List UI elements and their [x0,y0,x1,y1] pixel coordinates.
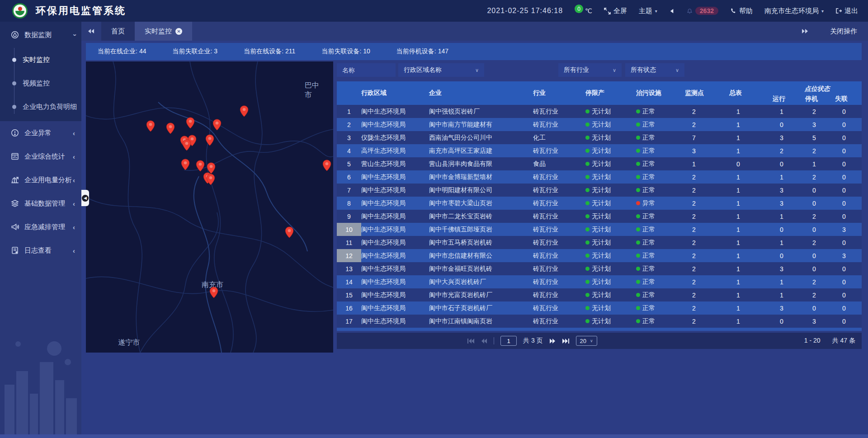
next-page-button[interactable] [549,338,556,344]
cell-limit-status: 无计划 [585,170,636,184]
cell-offline: 0 [835,131,862,144]
map-pin-icon[interactable] [196,160,205,172]
cell-region: 阆中生态环境局 [361,315,429,328]
table-row[interactable]: 5营山生态环境局营山县润丰肉食品有限食品无计划正常10010 [337,157,862,170]
table-row[interactable]: 18南部生态环境局南部县双峰土砖有限公砖瓦行业无计划正常21060 [337,328,862,331]
table-row[interactable]: 12阆中生态环境局阆中市忠信建材有限公砖瓦行业无计划正常21003 [337,249,862,262]
map-pin-icon[interactable] [285,226,294,238]
speaker-icon [669,8,675,14]
table-row[interactable]: 16阆中生态环境局阆中市石子页岩机砖厂砖瓦行业无计划正常21300 [337,301,862,315]
top-header: 环保用电监管系统 2021-02-25 17:46:18 0 ℃ 全屏 主题 ▾ [0,0,868,22]
status-dot [636,136,640,140]
sidebar-collapse-handle[interactable]: ◀ [81,190,89,206]
status-dot [636,227,640,231]
cell-offline: 0 [835,170,862,184]
map-pin-icon[interactable] [186,117,195,129]
table-row[interactable]: 4高坪生态环境局南充市高坪区王家店建砖瓦行业无计划正常31220 [337,144,862,157]
table-row[interactable]: 6阆中生态环境局阆中市金博瑞新型墙材砖瓦行业无计划正常21120 [337,170,862,184]
map-pin-icon[interactable] [209,287,218,298]
page-number-input[interactable] [500,336,517,346]
sidebar-item-enterprise-power-load-detail[interactable]: 企业电力负荷明细 [0,95,81,118]
map-pin-icon[interactable] [212,119,222,131]
tab-close-icon[interactable]: ✕ [175,28,182,35]
name-filter-input[interactable] [337,63,396,77]
table-row[interactable]: 1阆中生态环境局阆中强锐页岩砖厂砖瓦行业无计划正常21120 [337,105,862,118]
status-filter-select[interactable]: 所有状态 ∨ [625,63,684,77]
cell-facility-status: 正常 [636,184,685,197]
sidebar-item-data-monitoring[interactable]: 数据监测‹ [0,22,81,48]
sound-toggle[interactable] [669,8,675,14]
table-row[interactable]: 13阆中生态环境局阆中市金福旺页岩机砖砖瓦行业无计划正常21300 [337,262,862,275]
cell-limit-status: 无计划 [585,131,636,144]
sidebar-item-video-monitoring[interactable]: 视频监控 [0,71,81,95]
chevron-down-icon: ∨ [590,339,593,343]
region-filter-select[interactable]: 行政区域名称 ∨ [398,63,484,77]
page-size-select[interactable]: 20 ∨ [576,336,597,346]
status-dot [585,319,590,323]
sidebar-item-basic-data-management[interactable]: 基础数据管理‹ [0,192,81,215]
table-body: 1阆中生态环境局阆中强锐页岩砖厂砖瓦行业无计划正常211202阆中生态环境局阆中… [337,105,862,331]
status-dot [585,214,590,218]
map-pin-icon[interactable] [146,120,155,132]
cell-stopped: 2 [805,275,835,288]
cell-region: 阆中生态环境局 [361,184,429,197]
tab-scroll-left-button[interactable] [81,22,101,41]
prev-page-button[interactable] [481,338,487,344]
table-row[interactable]: 7阆中生态环境局阆中明阳建材有限公司砖瓦行业无计划正常21300 [337,184,862,197]
column-header: 总表 [729,81,773,105]
cell-running: 3 [773,131,805,144]
logout-button[interactable]: 退出 [835,7,858,15]
cell-region: 阆中生态环境局 [361,275,429,288]
cell-company: 阆中大兴页岩机砖厂 [429,275,533,288]
sidebar-item-power-consumption-analysis[interactable]: 企业用电量分析‹ [0,168,81,192]
status-dot [636,162,640,166]
map-pin-icon[interactable] [240,105,249,117]
map-pin-icon[interactable] [206,174,215,185]
map-city-label: 巴中市 [305,81,324,100]
table-row[interactable]: 3仪陇生态环境局西南油气田分公司川中化工无计划正常71350 [337,131,862,144]
table-row[interactable]: 2阆中生态环境局阆中市南方节能建材有砖瓦行业无计划正常21030 [337,118,862,131]
sidebar-item-emergency-reduction-management[interactable]: 应急减排管理‹ [0,215,81,239]
table-row[interactable]: 8阆中生态环境局阆中市枣碧大梁山页岩砖瓦行业无计划异常21300 [337,197,862,210]
cell-stopped: 0 [805,184,835,197]
map-pin-icon[interactable] [182,139,191,151]
cell-offline: 0 [835,315,862,328]
close-operations-button[interactable]: 关闭操作 [830,27,857,36]
table-row[interactable]: 10阆中生态环境局阆中千佛镇五郎垭页岩砖瓦行业无计划正常21003 [337,223,862,236]
sidebar-item-enterprise-statistics[interactable]: 企业综合统计‹ [0,145,81,168]
fullscreen-button[interactable]: 全屏 [604,7,627,15]
cell-limit-status: 无计划 [585,275,636,288]
table-row[interactable]: 17阆中生态环境局阆中市江南镇阆南页岩砖瓦行业无计划正常21030 [337,315,862,328]
help-button[interactable]: 帮助 [730,7,753,15]
map-panel[interactable]: 巴中市南充市遂宁市 [86,61,333,353]
tab-home[interactable]: 首页 [101,22,135,41]
map-pin-icon[interactable] [205,134,214,146]
org-menu[interactable]: 南充市生态环境局 ▾ [764,7,824,15]
status-dot [636,109,640,113]
sidebar-item-log-view[interactable]: 日志查看‹ [0,239,81,262]
map-pin-icon[interactable] [181,159,190,170]
map-pin-icon[interactable] [322,160,331,171]
notifications[interactable]: 2632 [687,7,718,15]
tab-active[interactable]: 实时监控✕ [135,22,192,41]
sidebar-item-realtime-monitoring[interactable]: 实时监控 [0,48,81,71]
sidebar-item-enterprise-abnormal[interactable]: 企业异常‹ [0,121,81,145]
stats-bar: 当前在线企业:44当前失联企业:3当前在线设备:211当前失联设备:10当前停机… [86,43,862,60]
table-row[interactable]: 9阆中生态环境局阆中市二龙长宝页岩砖砖瓦行业无计划正常21120 [337,210,862,223]
cell-company: 营山县润丰肉食品有限 [429,157,533,170]
table-row[interactable]: 11阆中生态环境局阆中市五马桥页岩机砖砖瓦行业无计划正常21120 [337,236,862,249]
theme-menu[interactable]: 主题 ▾ [639,7,657,15]
tab-scroll-right-button[interactable] [795,28,815,34]
map-pin-icon[interactable] [166,122,175,134]
cell-offline: 0 [835,197,862,210]
last-page-button[interactable] [562,338,570,344]
cell-monitor-points: 2 [685,275,729,288]
sidebar: 数据监测‹实时监控视频监控企业电力负荷明细企业异常‹企业综合统计‹企业用电量分析… [0,22,81,438]
first-page-button[interactable] [467,338,475,344]
table-row[interactable]: 14阆中生态环境局阆中大兴页岩机砖厂砖瓦行业无计划正常21120 [337,275,862,288]
cell-region: 阆中生态环境局 [361,170,429,184]
cell-company: 阆中市石子页岩机砖厂 [429,301,533,315]
industry-filter-select[interactable]: 所有行业 ∨ [558,63,622,77]
table-row[interactable]: 15阆中生态环境局阆中市光富页岩机砖厂砖瓦行业无计划正常21120 [337,288,862,301]
status-dot [585,122,590,127]
